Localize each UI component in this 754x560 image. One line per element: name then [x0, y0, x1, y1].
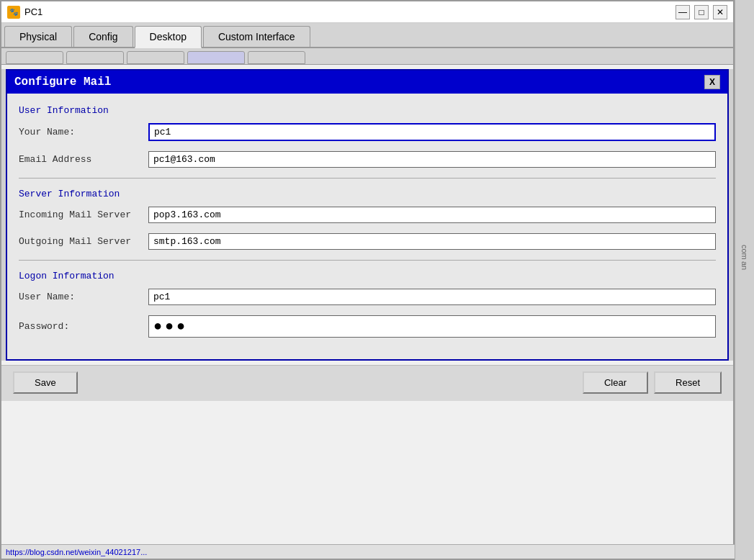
tab-config[interactable]: Config [73, 26, 133, 47]
incoming-mail-row: Incoming Mail Server [19, 207, 716, 223]
save-button[interactable]: Save [13, 371, 78, 394]
sub-tab-bar [1, 48, 733, 65]
tab-desktop[interactable]: Desktop [135, 26, 202, 48]
incoming-mail-label: Incoming Mail Server [19, 209, 148, 220]
user-name-label: User Name: [19, 292, 148, 302]
password-input[interactable] [148, 315, 716, 338]
logon-info-section-label: Logon Information [19, 271, 716, 281]
tab-custom-interface[interactable]: Custom Interface [203, 26, 310, 47]
your-name-input[interactable] [148, 123, 716, 141]
user-name-input[interactable] [148, 289, 716, 305]
tab-physical[interactable]: Physical [4, 26, 72, 47]
incoming-mail-input[interactable] [148, 207, 716, 223]
divider-1 [19, 178, 716, 179]
sub-tab-5[interactable] [248, 51, 305, 64]
password-row: Password: [19, 315, 716, 338]
sub-tab-2[interactable] [66, 51, 124, 64]
configure-mail-panel: Configure Mail X User Information Your N… [6, 69, 729, 361]
email-row: Email Address [19, 151, 716, 168]
app-icon: 🐾 [7, 6, 20, 19]
mail-header: Configure Mail X [7, 71, 727, 94]
status-url: https://blog.csdn.net/weixin_44021217... [6, 548, 147, 556]
user-name-row: User Name: [19, 289, 716, 305]
outgoing-mail-row: Outgoing Mail Server [19, 233, 716, 250]
email-label: Email Address [19, 154, 148, 165]
your-name-row: Your Name: [19, 123, 716, 141]
mail-close-button[interactable]: X [704, 75, 720, 89]
mail-title: Configure Mail [14, 76, 111, 89]
divider-2 [19, 260, 716, 261]
title-bar: 🐾 PC1 — □ ✕ [1, 1, 733, 23]
close-button[interactable]: ✕ [713, 5, 727, 19]
window-controls: — □ ✕ [676, 5, 727, 19]
email-input[interactable] [148, 151, 716, 168]
footer-right-buttons: Clear Reset [583, 371, 722, 394]
status-bar: https://blog.csdn.net/weixin_44021217... [1, 544, 736, 559]
your-name-label: Your Name: [19, 127, 148, 137]
password-label: Password: [19, 321, 148, 332]
main-window: 🐾 PC1 — □ ✕ Physical Config Desktop Cust… [0, 0, 735, 560]
footer-buttons: Save Clear Reset [1, 365, 733, 401]
content-area: Configure Mail X User Information Your N… [1, 69, 733, 361]
reset-button[interactable]: Reset [654, 371, 722, 394]
server-info-section-label: Server Information [19, 189, 716, 199]
clear-button[interactable]: Clear [583, 371, 648, 394]
sub-tab-3[interactable] [127, 51, 184, 64]
sub-tab-4[interactable] [187, 51, 245, 64]
main-tabs: Physical Config Desktop Custom Interface [1, 23, 733, 48]
right-text-2: an [740, 261, 749, 270]
maximize-button[interactable]: □ [694, 5, 709, 19]
outgoing-mail-input[interactable] [148, 233, 716, 250]
right-panel: com an [735, 0, 754, 560]
outgoing-mail-label: Outgoing Mail Server [19, 236, 148, 247]
right-text-1: com [740, 245, 749, 260]
mail-body: User Information Your Name: Email Addres… [7, 94, 727, 359]
user-info-section-label: User Information [19, 105, 716, 116]
minimize-button[interactable]: — [676, 5, 690, 19]
window-title: PC1 [24, 6, 676, 17]
sub-tab-1[interactable] [6, 51, 63, 64]
